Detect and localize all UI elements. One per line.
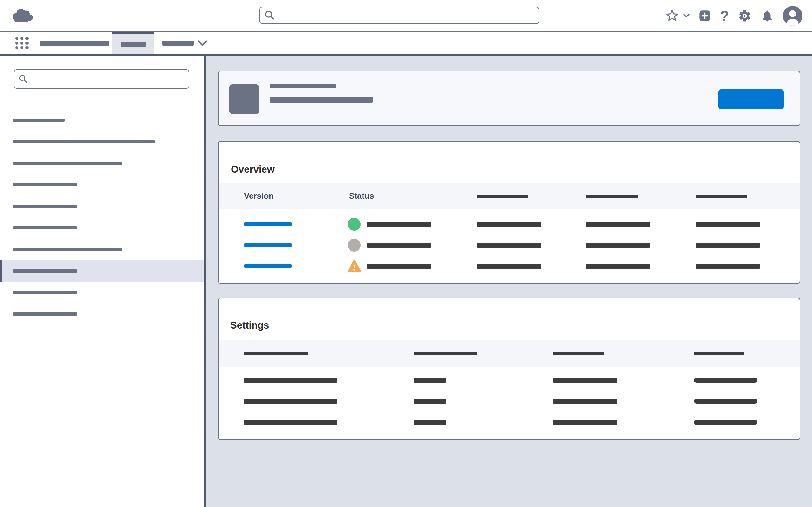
status-warning-icon bbox=[347, 259, 362, 274]
record-avatar bbox=[229, 84, 259, 114]
overview-card: Overview Version Status bbox=[218, 141, 800, 284]
version-link-redacted[interactable] bbox=[244, 243, 292, 247]
version-link-redacted[interactable] bbox=[244, 222, 292, 226]
sidebar-item[interactable] bbox=[0, 239, 204, 260]
cell-value-redacted bbox=[367, 222, 431, 227]
global-search-input[interactable] bbox=[275, 9, 539, 22]
cell-value-redacted bbox=[694, 399, 757, 404]
cell-value-redacted bbox=[244, 420, 337, 425]
cell-value-redacted bbox=[244, 378, 337, 383]
column-header-redacted bbox=[586, 194, 638, 198]
primary-action-button[interactable] bbox=[718, 89, 784, 109]
status-success-icon bbox=[348, 218, 361, 231]
table-row bbox=[218, 256, 800, 277]
cell-value-redacted bbox=[696, 222, 760, 227]
sidebar-item[interactable] bbox=[0, 303, 204, 325]
sidebar-item[interactable] bbox=[0, 153, 204, 174]
user-avatar[interactable] bbox=[783, 6, 803, 26]
sidebar-search[interactable] bbox=[14, 69, 189, 89]
quick-add-icon[interactable] bbox=[699, 9, 711, 22]
column-header-status: Status bbox=[349, 183, 374, 209]
cell-value-redacted bbox=[367, 243, 431, 248]
setup-sidebar bbox=[0, 56, 204, 507]
favorites-chevron-down-icon[interactable] bbox=[683, 14, 690, 18]
bell-icon[interactable] bbox=[761, 9, 774, 22]
sidebar-item[interactable] bbox=[0, 195, 204, 217]
global-search[interactable] bbox=[259, 7, 539, 24]
cell-value-redacted bbox=[414, 420, 446, 425]
cell-value-redacted bbox=[694, 420, 757, 425]
nav-tab-label-redacted bbox=[120, 42, 146, 47]
nav-chevron-down-icon[interactable] bbox=[198, 40, 207, 46]
column-header-version: Version bbox=[244, 183, 274, 209]
help-icon[interactable]: ? bbox=[720, 9, 729, 23]
cell-value-redacted bbox=[696, 264, 760, 269]
settings-card: Settings bbox=[218, 298, 800, 440]
column-header-redacted bbox=[553, 352, 604, 355]
sidebar-item-label-redacted bbox=[13, 162, 122, 165]
nav-tab[interactable] bbox=[162, 32, 207, 54]
cell-value-redacted bbox=[477, 222, 542, 227]
table-row bbox=[218, 370, 800, 391]
nav-tab-label-redacted bbox=[162, 41, 194, 46]
cell-value-redacted bbox=[553, 399, 617, 404]
sidebar-item[interactable] bbox=[0, 282, 204, 303]
sidebar-item-label-redacted bbox=[13, 183, 77, 186]
nav-tab-selected[interactable] bbox=[112, 32, 154, 54]
sidebar-item-label-redacted bbox=[13, 118, 65, 122]
record-title-redacted bbox=[270, 97, 373, 103]
cell-value-redacted bbox=[414, 378, 446, 383]
sidebar-item-label-redacted bbox=[13, 205, 77, 208]
favorites-star-icon[interactable] bbox=[665, 9, 679, 23]
sidebar-menu bbox=[0, 109, 204, 325]
sidebar-item[interactable] bbox=[0, 174, 204, 195]
main-content: Overview Version Status Settings bbox=[206, 56, 812, 507]
sidebar-search-input[interactable] bbox=[28, 72, 189, 87]
settings-card-title: Settings bbox=[230, 320, 269, 331]
record-eyebrow-redacted bbox=[270, 84, 336, 89]
version-link-redacted[interactable] bbox=[244, 264, 292, 268]
sidebar-item-selected[interactable] bbox=[0, 260, 204, 282]
table-row bbox=[218, 391, 800, 412]
cell-value-redacted bbox=[477, 264, 542, 269]
cloud-logo-icon bbox=[10, 5, 36, 26]
table-row bbox=[218, 235, 800, 256]
status-neutral-icon bbox=[348, 239, 361, 251]
cell-value-redacted bbox=[696, 243, 760, 248]
table-row bbox=[218, 412, 800, 433]
column-header-redacted bbox=[244, 352, 308, 355]
cell-value-redacted bbox=[553, 420, 617, 425]
nav-bottom-divider bbox=[0, 54, 812, 56]
cell-value-redacted bbox=[586, 264, 650, 269]
cell-value-redacted bbox=[586, 222, 650, 227]
sidebar-item[interactable] bbox=[0, 217, 204, 239]
column-header-redacted bbox=[694, 352, 744, 355]
nav-tab-label-redacted bbox=[40, 41, 109, 46]
cell-value-redacted bbox=[244, 399, 337, 404]
sidebar-item-label-redacted bbox=[13, 226, 77, 229]
sidebar-item-label-redacted bbox=[13, 140, 155, 143]
column-header-redacted bbox=[696, 194, 747, 198]
sidebar-item-label-redacted bbox=[13, 291, 77, 294]
cell-value-redacted bbox=[553, 378, 617, 383]
app-navigation-bar bbox=[0, 32, 812, 54]
page-header-card bbox=[218, 71, 800, 126]
sidebar-item-label-redacted bbox=[13, 269, 77, 273]
global-header: ? bbox=[0, 0, 812, 32]
nav-tab[interactable] bbox=[40, 32, 109, 54]
app-window: ? bbox=[0, 0, 812, 507]
table-row bbox=[218, 214, 800, 235]
sidebar-item[interactable] bbox=[0, 109, 204, 131]
sidebar-item-label-redacted bbox=[13, 248, 122, 251]
cell-value-redacted bbox=[586, 243, 650, 248]
cell-value-redacted bbox=[477, 243, 542, 248]
setup-gear-icon[interactable] bbox=[738, 9, 752, 23]
cell-value-redacted bbox=[414, 399, 446, 404]
sidebar-item[interactable] bbox=[0, 131, 204, 153]
cell-value-redacted bbox=[694, 378, 757, 383]
sidebar-item-label-redacted bbox=[13, 313, 77, 316]
app-launcher-waffle-icon[interactable] bbox=[15, 37, 29, 51]
column-header-redacted bbox=[414, 352, 477, 355]
column-header-redacted bbox=[477, 194, 528, 198]
search-icon bbox=[18, 74, 28, 84]
